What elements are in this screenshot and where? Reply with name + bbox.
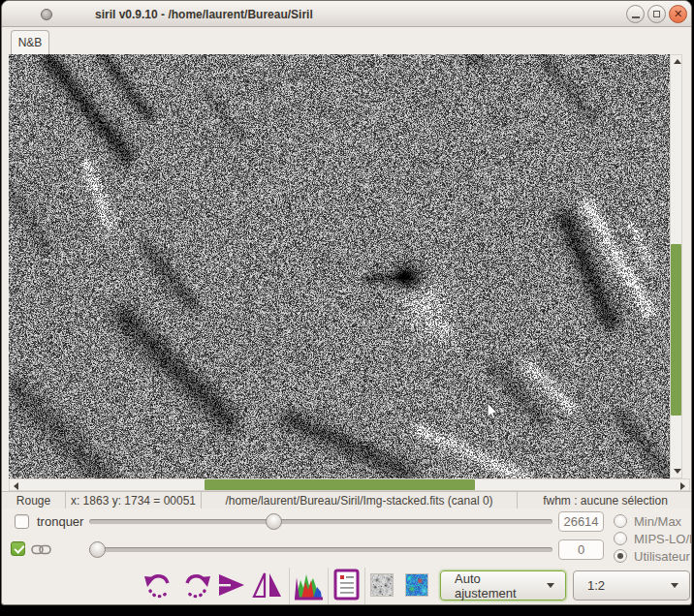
rotate-left-icon	[144, 569, 174, 603]
link-channels-checkbox[interactable]	[11, 541, 25, 556]
high-level-slider-thumb[interactable]	[266, 513, 282, 530]
high-level-input[interactable]	[558, 511, 604, 532]
toolbar-separator	[364, 568, 365, 604]
mouse-cursor	[487, 402, 502, 423]
status-fwhm: fwhm : aucune sélection	[518, 492, 692, 508]
rotate-left-button[interactable]	[144, 569, 174, 605]
toolbar-separator	[328, 568, 329, 604]
truncate-checkbox[interactable]	[15, 514, 29, 529]
mirror-vertical-icon	[251, 569, 284, 601]
minimize-icon	[632, 16, 640, 18]
histogram-icon	[294, 569, 324, 602]
toolbar-separator	[289, 568, 290, 604]
app-icon	[41, 9, 52, 20]
titlebar[interactable]: siril v0.9.10 - /home/laurent/Bureau/Sir…	[2, 1, 691, 27]
scroll-right-icon[interactable]	[680, 482, 685, 490]
close-button[interactable]: ✕	[669, 5, 687, 23]
negative-thumbnail[interactable]	[370, 573, 394, 597]
tab-nb[interactable]: N&B	[11, 30, 49, 54]
radio-mips-circle[interactable]	[614, 532, 627, 545]
low-level-slider[interactable]	[89, 540, 552, 559]
radio-minmax-label: Min/Max	[634, 514, 681, 529]
rotate-right-button[interactable]	[181, 569, 210, 605]
fits-header-icon	[333, 569, 361, 601]
auto-adjust-dropdown[interactable]: Auto ajustement	[440, 570, 566, 601]
scroll-left-icon[interactable]	[14, 482, 18, 490]
status-file-info: /home/laurent/Bureau/Siril/Img-stacked.f…	[202, 492, 518, 508]
radio-user-label: Utilisateur	[634, 549, 690, 564]
maximize-icon	[653, 11, 660, 17]
vertical-scrollbar-thumb[interactable]	[671, 244, 681, 416]
low-level-slider-thumb[interactable]	[89, 541, 106, 558]
status-channel: Rouge	[2, 492, 66, 508]
high-level-slider-track[interactable]	[89, 519, 552, 524]
siril-window: siril v0.9.10 - /home/laurent/Bureau/Sir…	[1, 0, 692, 605]
minimize-button[interactable]	[626, 5, 645, 23]
low-level-slider-track[interactable]	[89, 547, 552, 552]
chevron-down-icon	[547, 583, 554, 588]
radio-minmax-circle[interactable]	[614, 514, 627, 528]
chain-link-icon	[31, 544, 52, 556]
chevron-down-icon	[671, 583, 678, 588]
low-level-input[interactable]	[558, 539, 604, 560]
high-level-slider[interactable]	[89, 512, 552, 531]
radio-user-circle[interactable]	[614, 549, 627, 563]
scroll-down-icon[interactable]	[674, 469, 681, 474]
rotate-right-icon	[181, 569, 210, 603]
tab-bar: N&B	[2, 27, 691, 54]
status-cursor-pos: x: 1863 y: 1734 = 00051	[66, 492, 202, 508]
auto-adjust-label: Auto ajustement	[441, 571, 547, 601]
zoom-label: 1:2	[574, 578, 615, 593]
fits-header-button[interactable]	[333, 569, 361, 605]
radio-mips-label: MIPS-LO/HI	[634, 532, 692, 546]
horizontal-scrollbar-thumb[interactable]	[205, 479, 475, 490]
false-color-thumbnail[interactable]	[405, 573, 428, 597]
histogram-button[interactable]	[294, 569, 324, 605]
radio-mips[interactable]: MIPS-LO/HI	[614, 531, 692, 546]
radio-minmax[interactable]: Min/Max	[614, 513, 681, 529]
mirror-vertical-button[interactable]	[251, 569, 284, 605]
mirror-horizontal-icon	[216, 569, 247, 601]
maximize-button[interactable]	[647, 5, 666, 23]
truncate-label: tronquer	[37, 514, 83, 529]
tab-nb-label: N&B	[18, 36, 43, 49]
stacked-image-canvas[interactable]	[9, 54, 670, 478]
radio-user[interactable]: Utilisateur	[614, 548, 690, 564]
scroll-up-icon[interactable]	[674, 59, 681, 64]
zoom-dropdown[interactable]: 1:2	[573, 570, 690, 601]
window-title: siril v0.9.10 - /home/laurent/Bureau/Sir…	[95, 8, 313, 21]
image-display[interactable]	[9, 54, 670, 478]
status-bar: Rouge x: 1863 y: 1734 = 00051 /home/laur…	[2, 491, 692, 508]
mirror-horizontal-button[interactable]	[216, 569, 247, 605]
close-icon: ✕	[674, 9, 682, 19]
horizontal-scrollbar[interactable]	[9, 478, 690, 491]
vertical-scrollbar[interactable]	[670, 54, 682, 478]
